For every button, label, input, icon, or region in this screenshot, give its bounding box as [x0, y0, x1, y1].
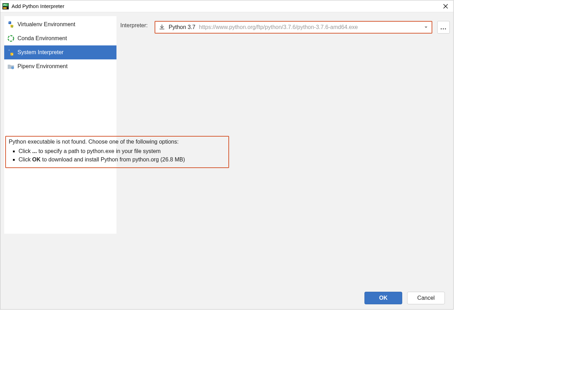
help-text: to download and install Python from pyth…: [41, 157, 185, 162]
sidebar-item-virtualenv[interactable]: V Virtualenv Environment: [4, 17, 116, 31]
close-icon: [443, 4, 448, 9]
svg-point-11: [12, 55, 13, 55]
svg-point-12: [11, 66, 14, 69]
svg-point-10: [9, 50, 9, 51]
cancel-button[interactable]: Cancel: [407, 292, 445, 304]
browse-button[interactable]: ...: [437, 21, 450, 34]
sidebar-item-system-interpreter[interactable]: System Interpreter: [4, 45, 116, 59]
sidebar-item-label: Conda Environment: [17, 35, 67, 42]
footer: OK Cancel: [4, 285, 450, 309]
svg-point-9: [8, 36, 14, 41]
body-top-row: V Virtualenv Environment Conda Environme…: [4, 16, 450, 133]
window-title: Add Python Interpreter: [12, 3, 441, 9]
ok-button[interactable]: OK: [364, 292, 402, 304]
svg-text:V: V: [11, 25, 13, 28]
sidebar-item-label: Virtualenv Environment: [17, 21, 75, 28]
folder-pipenv-icon: [7, 63, 15, 70]
interpreter-dropdown[interactable]: Python 3.7 https://www.python.org/ftp/py…: [155, 21, 432, 34]
sidebar-item-pipenv[interactable]: Pipenv Environment: [4, 59, 116, 73]
close-button[interactable]: [441, 1, 450, 11]
help-point-browse: Click ... to specify a path to python.ex…: [19, 147, 226, 155]
interpreter-label: Interpreter:: [120, 22, 148, 29]
selected-python-name: Python 3.7: [169, 24, 196, 30]
help-title: Python executable is not found. Choose o…: [9, 139, 226, 145]
sidebar-item-label: System Interpreter: [17, 49, 64, 56]
sidebar-item-conda[interactable]: Conda Environment: [4, 31, 116, 45]
chevron-down-icon: [424, 24, 428, 30]
add-python-interpreter-dialog: PC Add Python Interpreter: [0, 0, 454, 310]
help-text: Click: [19, 157, 32, 162]
python-icon: [7, 49, 15, 56]
pycharm-app-icon: PC: [2, 3, 9, 9]
help-bold: OK: [32, 157, 41, 162]
dialog-body: V Virtualenv Environment Conda Environme…: [0, 12, 453, 309]
titlebar: PC Add Python Interpreter: [0, 0, 453, 12]
svg-text:PC: PC: [3, 4, 7, 6]
help-text: to specify a path to python.exe in your …: [37, 148, 161, 154]
sidebar-item-label: Pipenv Environment: [17, 63, 68, 70]
python-v-icon: V: [7, 21, 15, 28]
help-point-download: Click OK to download and install Python …: [19, 155, 226, 164]
main-panel: Interpreter: Python 3.7 https://www.pyth…: [117, 16, 450, 34]
spacer: [4, 168, 450, 285]
download-icon: [159, 24, 165, 30]
interpreter-row: Python 3.7 https://www.python.org/ftp/py…: [155, 21, 450, 34]
conda-icon: [7, 35, 15, 42]
help-text: Click: [19, 148, 32, 154]
selected-python-url: https://www.python.org/ftp/python/3.7.6/…: [199, 24, 420, 30]
svg-point-6: [9, 22, 9, 23]
python-not-found-help: Python executable is not found. Choose o…: [5, 136, 229, 168]
help-bold: ...: [32, 148, 37, 154]
svg-rect-3: [3, 7, 7, 9]
